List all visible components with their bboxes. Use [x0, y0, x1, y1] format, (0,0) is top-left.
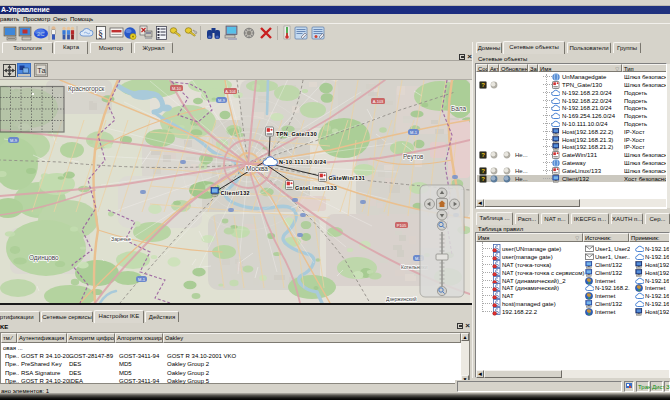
svg-text:Москва: Москва: [246, 165, 268, 172]
svg-text:Бала: Бала: [451, 105, 466, 112]
svg-text:Дзержинский: Дзержинский: [386, 296, 417, 302]
svg-text:Р105: Р105: [397, 223, 407, 228]
svg-text:?: ?: [481, 82, 485, 88]
svg-text:GateWin/131: GateWin/131: [329, 175, 366, 181]
svg-text:М-9: М-9: [10, 138, 18, 143]
svg-text:2C: 2C: [37, 31, 45, 37]
svg-text:М-1: М-1: [138, 277, 146, 282]
svg-text:А-104: А-104: [225, 89, 236, 94]
svg-text:Реутов: Реутов: [403, 153, 424, 161]
svg-text:М-10: М-10: [172, 86, 182, 91]
svg-text:М-1: М-1: [410, 130, 418, 135]
svg-text:А-103: А-103: [373, 99, 384, 104]
svg-text:N-10.111.10.0/24: N-10.111.10.0/24: [279, 159, 326, 165]
svg-text:М-9: М-9: [218, 98, 226, 103]
svg-text:Заречье: Заречье: [111, 236, 131, 242]
svg-text:?: ?: [481, 176, 485, 182]
svg-text:GateLinux/133: GateLinux/133: [295, 185, 337, 191]
svg-text:TPN_Gate/130: TPN_Gate/130: [276, 131, 317, 137]
svg-text:?: ?: [481, 168, 485, 174]
svg-text:Красногорск: Красногорск: [68, 85, 105, 93]
svg-text:?: ?: [481, 152, 485, 158]
svg-text:Та: Та: [37, 66, 46, 75]
svg-text:Одинцово: Одинцово: [29, 254, 59, 262]
svg-text:Client/132: Client/132: [221, 190, 250, 196]
svg-text:§: §: [98, 28, 103, 39]
